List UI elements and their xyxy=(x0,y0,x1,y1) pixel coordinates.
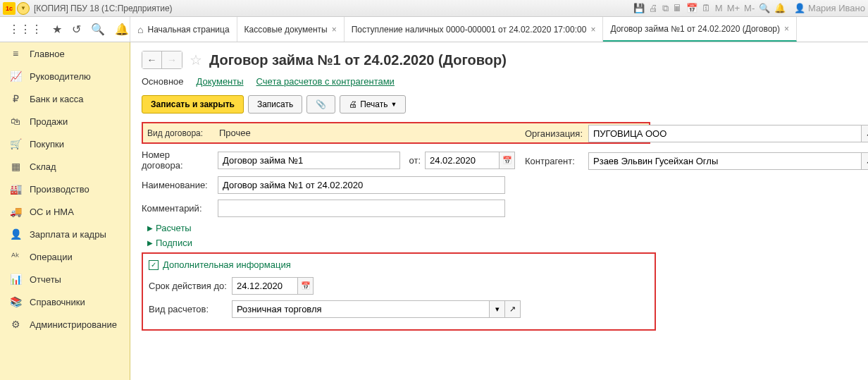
expand-sign-label: Подписи xyxy=(156,238,192,248)
comment-input[interactable] xyxy=(218,200,505,217)
sidebar-item-manager[interactable]: 📈Руководителю xyxy=(0,65,130,87)
subtab-main[interactable]: Основное xyxy=(142,76,184,87)
tab-cash-docs[interactable]: Кассовые документы × xyxy=(237,17,345,42)
counterparty-input[interactable] xyxy=(588,152,862,170)
calc-type-input[interactable] xyxy=(232,300,490,318)
tab-home[interactable]: ⌂ Начальная страница xyxy=(130,17,237,42)
barchart-icon: 📊 xyxy=(8,274,23,285)
close-icon[interactable]: × xyxy=(784,24,789,34)
sidebar-item-sales[interactable]: 🛍Продажи xyxy=(0,110,130,133)
page-title: Договор займа №1 от 24.02.2020 (Договор) xyxy=(209,52,507,68)
calendar-button[interactable]: 📅 xyxy=(298,277,314,295)
calc-icon[interactable]: 🖩 xyxy=(673,3,682,13)
chevron-right-icon: ▶ xyxy=(147,239,153,247)
sidebar-item-assets[interactable]: 🚚ОС и НМА xyxy=(0,200,130,223)
history-icon[interactable]: ↺ xyxy=(72,23,81,36)
ruble-icon: ₽ xyxy=(8,93,23,104)
date-field: 📅 xyxy=(425,152,515,169)
close-icon[interactable]: × xyxy=(332,25,337,35)
sidebar-item-production[interactable]: 🏭Производство xyxy=(0,178,130,200)
number-label: Номер договора: xyxy=(142,149,213,171)
org-label: Организация: xyxy=(525,128,584,139)
sidebar-item-main[interactable]: ≡Главное xyxy=(0,42,130,65)
sidebar-item-label: Зарплата и кадры xyxy=(30,229,106,240)
close-icon[interactable]: × xyxy=(590,25,595,35)
compare-icon[interactable]: ⧉ xyxy=(662,3,669,14)
expand-calc-label: Расчеты xyxy=(156,223,192,233)
tab-cash-receipt[interactable]: Поступление наличных 0000-000001 от 24.0… xyxy=(345,17,604,42)
sidebar-item-hr[interactable]: 👤Зарплата и кадры xyxy=(0,223,130,245)
attach-button[interactable]: 📎 xyxy=(306,95,335,114)
comment-row: Комментарий: xyxy=(142,200,515,217)
date-icon[interactable]: 🗓 xyxy=(702,3,711,13)
open-button[interactable]: ↗ xyxy=(862,152,868,170)
sidebar-item-label: Покупки xyxy=(30,139,64,149)
favorite-star-icon[interactable]: ☆ xyxy=(190,51,202,68)
number-row: Номер договора: от: 📅 xyxy=(142,149,515,171)
expand-calc[interactable]: ▶ Расчеты xyxy=(147,223,515,233)
open-button[interactable]: ↗ xyxy=(505,300,521,318)
back-button[interactable]: ← xyxy=(142,51,162,68)
sidebar-item-label: Справочники xyxy=(30,297,85,307)
sidebar-item-admin[interactable]: ⚙Администрирование xyxy=(0,313,130,336)
apps-icon[interactable]: ⋮⋮⋮ xyxy=(8,23,42,36)
dropdown-button[interactable]: ▾ xyxy=(490,300,505,318)
valid-until-input[interactable] xyxy=(232,277,298,295)
form-left-col: Вид договора: Прочее Номер договора: от:… xyxy=(142,122,515,331)
print-label: Печать xyxy=(360,99,388,109)
save-close-button[interactable]: Записать и закрыть xyxy=(142,95,244,114)
expand-sign[interactable]: ▶ Подписи xyxy=(147,238,515,248)
bell-icon[interactable]: 🔔 xyxy=(115,23,129,36)
calendar-icon[interactable]: 📅 xyxy=(686,3,698,13)
sidebar-item-bank[interactable]: ₽Банк и касса xyxy=(0,87,130,110)
number-input[interactable] xyxy=(218,152,400,169)
sidebar-item-label: Администрирование xyxy=(30,319,117,330)
chevron-right-icon: ▶ xyxy=(147,224,153,232)
additional-info-label: Дополнительная информация xyxy=(163,259,291,270)
titlebar: 1c ▼ [КОПИЯ] ПБУ 18 (1С:Предприятие) 💾 🖨… xyxy=(0,0,868,17)
tab-label: Договор займа №1 от 24.02.2020 (Договор) xyxy=(610,24,780,34)
sidebar-item-purchases[interactable]: 🛒Покупки xyxy=(0,133,130,155)
tabs: ⌂ Начальная страница Кассовые документы … xyxy=(130,17,868,42)
favorite-icon[interactable]: ★ xyxy=(52,23,62,36)
home-icon: ⌂ xyxy=(137,24,143,35)
form-right-col: Организация: ↗ Контрагент: ↗ xyxy=(525,122,868,331)
sidebar-item-directories[interactable]: 📚Справочники xyxy=(0,290,130,313)
memory-mminus-button[interactable]: M- xyxy=(744,3,755,13)
sidebar-item-operations[interactable]: ᴬᵏОперации xyxy=(0,245,130,268)
forward-button[interactable]: → xyxy=(162,51,182,68)
memory-mplus-button[interactable]: M+ xyxy=(727,3,740,13)
notify-icon[interactable]: 🔔 xyxy=(774,3,786,13)
print-icon[interactable]: 🖨 xyxy=(649,3,658,13)
sidebar-item-warehouse[interactable]: ▦Склад xyxy=(0,155,130,178)
grid-icon: ▦ xyxy=(8,161,23,172)
org-field: ↗ xyxy=(588,125,868,142)
save-button[interactable]: Записать xyxy=(248,95,302,114)
open-button[interactable]: ↗ xyxy=(862,125,868,142)
bag-icon: 🛍 xyxy=(8,116,23,127)
save-icon[interactable]: 💾 xyxy=(633,3,645,13)
caret-down-icon: ▼ xyxy=(391,101,397,108)
truck-icon: 🚚 xyxy=(8,206,23,217)
print-button[interactable]: 🖨 Печать ▼ xyxy=(340,95,406,114)
window-title: [КОПИЯ] ПБУ 18 (1С:Предприятие) xyxy=(34,4,633,13)
subtab-accounts[interactable]: Счета расчетов с контрагентами xyxy=(256,76,395,87)
org-input[interactable] xyxy=(588,125,862,142)
books-icon: 📚 xyxy=(8,296,23,307)
zoom-icon[interactable]: 🔍 xyxy=(759,3,770,13)
checkbox-icon[interactable]: ✓ xyxy=(149,260,159,270)
tab-contract[interactable]: Договор займа №1 от 24.02.2020 (Договор)… xyxy=(603,17,797,42)
tab-label: Поступление наличных 0000-000001 от 24.0… xyxy=(352,25,587,35)
memory-m-button[interactable]: M xyxy=(715,3,723,13)
subtab-docs[interactable]: Документы xyxy=(197,76,244,87)
calendar-button[interactable]: 📅 xyxy=(500,152,515,169)
app-menu-button[interactable]: ▼ xyxy=(17,2,30,15)
clip-icon: 📎 xyxy=(316,99,326,109)
name-input[interactable] xyxy=(218,176,505,194)
user-label[interactable]: 👤 Мария Ивано xyxy=(794,3,865,13)
date-input[interactable] xyxy=(425,152,500,169)
sidebar-item-reports[interactable]: 📊Отчеты xyxy=(0,268,130,290)
from-label: от: xyxy=(409,155,421,166)
search-icon[interactable]: 🔍 xyxy=(91,23,105,36)
valid-until-label: Срок действия до: xyxy=(149,281,228,291)
